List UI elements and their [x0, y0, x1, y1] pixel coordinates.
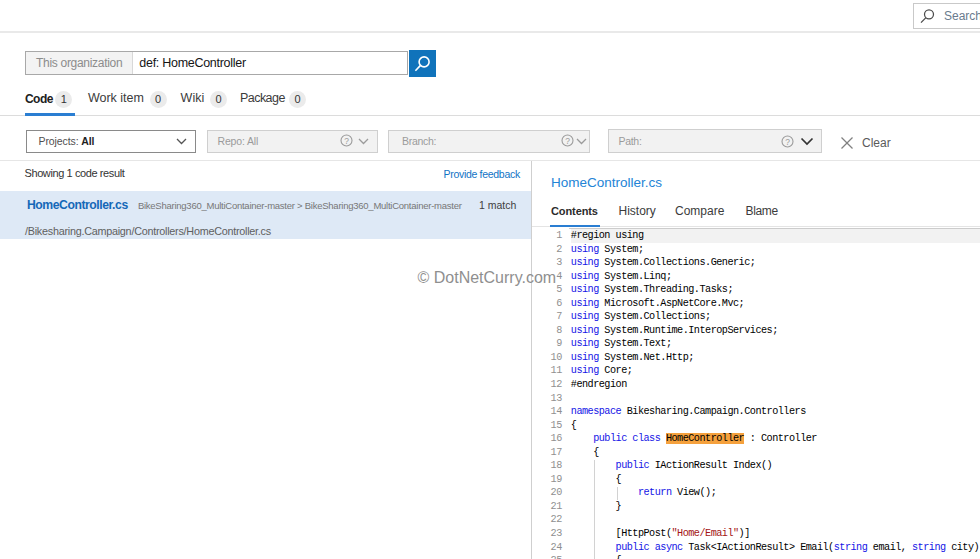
svg-text:?: ? [344, 136, 349, 146]
svg-text:?: ? [565, 136, 570, 146]
svg-text:?: ? [785, 137, 790, 147]
